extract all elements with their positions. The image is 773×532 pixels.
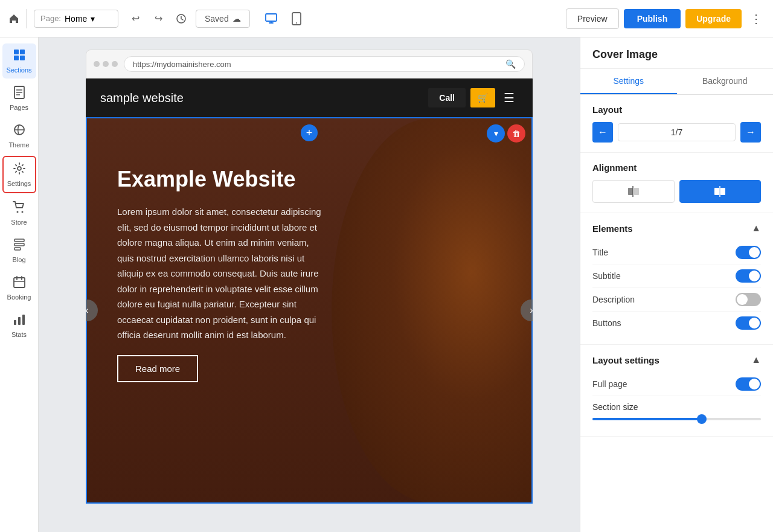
booking-icon xyxy=(13,275,26,292)
topbar-right: Preview Publish Upgrade ⋮ xyxy=(566,8,766,29)
cloud-icon: ☁ xyxy=(233,14,241,24)
sidebar-item-sections-label: Sections xyxy=(6,66,31,74)
hero-section: + ▾ 🗑 ‹ › Example Website Lorem ipsum do… xyxy=(86,117,533,504)
site-nav: Call 🛒 ☰ xyxy=(428,87,518,109)
site-logo: sample website xyxy=(100,91,184,105)
slider-thumb[interactable] xyxy=(697,414,707,424)
section-size-slider[interactable] xyxy=(592,418,761,420)
panel-section-alignment: Alignment xyxy=(580,153,773,213)
redo-button[interactable]: ↪ xyxy=(149,9,168,28)
nav-call-button[interactable]: Call xyxy=(428,88,466,107)
hero-title: Example Website xyxy=(117,167,324,192)
element-title-toggle[interactable] xyxy=(736,246,761,259)
layout-next-button[interactable]: → xyxy=(740,122,761,143)
panel-title: Cover Image xyxy=(592,48,658,60)
hero-subtitle: Lorem ipsum dolor sit amet, consectetur … xyxy=(117,204,324,343)
elements-collapse-button[interactable]: ▲ xyxy=(751,223,761,234)
saved-button[interactable]: Saved ☁ xyxy=(196,10,250,28)
svg-point-14 xyxy=(16,211,18,213)
sidebar-item-pages[interactable]: Pages xyxy=(2,81,36,116)
site-header: sample website Call 🛒 ☰ xyxy=(86,79,533,117)
hero-content: Example Website Lorem ipsum dolor sit am… xyxy=(87,118,354,418)
svg-rect-24 xyxy=(18,317,21,325)
svg-rect-29 xyxy=(714,188,719,195)
panel-layout-settings-header: Layout settings ▲ xyxy=(592,354,761,365)
sections-icon xyxy=(13,48,26,65)
hero-section-delete-button[interactable]: 🗑 xyxy=(507,124,525,143)
hero-section-controls: + xyxy=(301,124,318,141)
nav-menu-button[interactable]: ☰ xyxy=(500,87,518,109)
sidebar-item-store[interactable]: Store xyxy=(2,196,36,231)
theme-icon xyxy=(13,123,26,139)
url-text: https://mydomainishere.com xyxy=(133,60,231,69)
preview-button[interactable]: Preview xyxy=(566,8,619,29)
hero-read-more-button[interactable]: Read more xyxy=(117,355,198,382)
nav-cart-button[interactable]: 🛒 xyxy=(470,88,495,107)
upgrade-button[interactable]: Upgrade xyxy=(685,9,742,28)
element-subtitle-toggle[interactable] xyxy=(736,269,761,283)
element-description-toggle[interactable] xyxy=(736,293,761,306)
svg-rect-23 xyxy=(14,320,16,325)
history-button[interactable] xyxy=(172,9,191,28)
layout-prev-button[interactable]: ← xyxy=(592,122,613,143)
sidebar-item-stats[interactable]: Stats xyxy=(2,308,36,343)
svg-rect-6 xyxy=(14,56,19,60)
sidebar-item-blog[interactable]: Blog xyxy=(2,233,36,268)
align-left-button[interactable] xyxy=(592,180,675,203)
tab-background[interactable]: Background xyxy=(677,69,774,94)
layout-control: ← 1/7 → xyxy=(592,122,761,143)
settings-icon xyxy=(13,162,26,178)
svg-rect-30 xyxy=(720,188,725,195)
layout-settings-collapse-button[interactable]: ▲ xyxy=(751,354,761,365)
device-buttons xyxy=(260,7,308,30)
svg-rect-17 xyxy=(14,243,24,246)
saved-label: Saved xyxy=(205,14,229,24)
hero-section-collapse-button[interactable]: ▾ xyxy=(487,124,505,143)
right-panel: Cover Image Settings Background Layout ←… xyxy=(580,37,773,532)
element-buttons-label: Buttons xyxy=(592,318,621,328)
sidebar-item-settings-label: Settings xyxy=(7,180,31,187)
sidebar-item-theme[interactable]: Theme xyxy=(2,118,36,153)
sidebar-item-booking[interactable]: Booking xyxy=(2,271,36,306)
tab-settings[interactable]: Settings xyxy=(580,69,677,94)
page-selector[interactable]: Page: Home ▾ xyxy=(34,10,118,28)
page-name: Home xyxy=(65,14,87,24)
home-icon[interactable] xyxy=(7,9,27,28)
align-center-button[interactable] xyxy=(679,180,762,203)
hero-add-button[interactable]: + xyxy=(301,124,318,141)
element-buttons-toggle[interactable] xyxy=(736,316,761,330)
more-options-button[interactable]: ⋮ xyxy=(746,9,766,28)
desktop-view-button[interactable] xyxy=(260,7,283,30)
element-row-description: Description xyxy=(592,288,761,312)
page-label: Page: xyxy=(40,14,61,23)
publish-button[interactable]: Publish xyxy=(624,9,681,28)
panel-section-layout: Layout ← 1/7 → xyxy=(580,95,773,153)
element-row-buttons: Buttons xyxy=(592,312,761,335)
fullpage-toggle[interactable] xyxy=(736,377,761,391)
svg-rect-7 xyxy=(20,56,25,60)
browser-search-icon: 🔍 xyxy=(505,59,516,69)
hero-section-actions: ▾ 🗑 xyxy=(487,124,525,143)
element-title-label: Title xyxy=(592,248,608,257)
chevron-down-icon: ▾ xyxy=(91,14,95,24)
sidebar-item-store-label: Store xyxy=(11,219,27,226)
browser-url-bar[interactable]: https://mydomainishere.com 🔍 xyxy=(124,56,525,72)
browser-dot-3 xyxy=(112,61,118,67)
slider-track xyxy=(592,418,761,420)
svg-rect-25 xyxy=(22,315,25,325)
undo-button[interactable]: ↩ xyxy=(126,9,145,28)
panel-tabs: Settings Background xyxy=(580,69,773,95)
panel-alignment-title: Alignment xyxy=(592,162,637,173)
fullpage-label: Full page xyxy=(592,379,627,389)
canvas-area: https://mydomainishere.com 🔍 sample webs… xyxy=(39,37,580,532)
svg-rect-4 xyxy=(14,50,19,54)
sidebar-item-theme-label: Theme xyxy=(8,141,29,149)
mobile-view-button[interactable] xyxy=(285,7,308,30)
sidebar-item-settings[interactable]: Settings xyxy=(2,156,36,193)
topbar-actions: ↩ ↪ xyxy=(126,9,191,28)
browser-dot-2 xyxy=(103,61,109,67)
sidebar-item-sections[interactable]: Sections xyxy=(2,43,36,79)
svg-point-15 xyxy=(21,211,23,213)
slider-fill xyxy=(592,418,702,420)
main-layout: Sections Pages Theme xyxy=(0,37,773,532)
